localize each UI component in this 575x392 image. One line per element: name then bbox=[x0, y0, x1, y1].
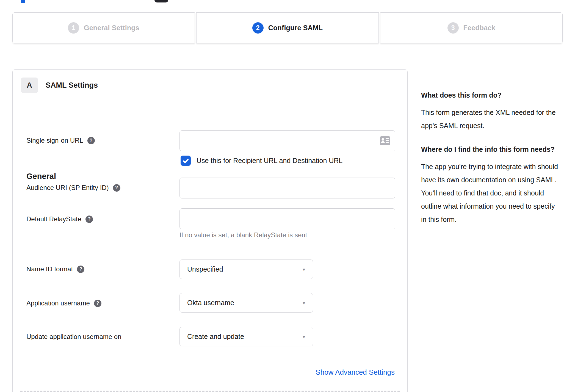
chevron-down-icon: ▼ bbox=[302, 300, 306, 305]
audience-uri-label-text: Audience URI (SP Entity ID) bbox=[26, 184, 109, 192]
show-advanced-settings-link[interactable]: Show Advanced Settings bbox=[316, 368, 395, 377]
step-number-badge: 3 bbox=[447, 22, 459, 34]
application-username-label-text: Application username bbox=[26, 299, 90, 307]
checkmark-icon bbox=[183, 158, 189, 164]
step-configure-saml[interactable]: 2 Configure SAML bbox=[196, 12, 379, 43]
cropped-logo-fragment bbox=[21, 0, 25, 3]
help-icon[interactable]: ? bbox=[94, 300, 101, 307]
saml-settings-panel: A SAML Settings General Single sign-on U… bbox=[12, 69, 408, 392]
name-id-format-select[interactable]: Unspecified ▼ bbox=[179, 260, 313, 279]
cropped-icon-fragment bbox=[154, 0, 168, 2]
step-general-settings[interactable]: 1 General Settings bbox=[12, 12, 195, 43]
help-heading-where: Where do I find the info this form needs… bbox=[421, 144, 560, 155]
step-label: Feedback bbox=[463, 24, 496, 32]
section-a-badge: A bbox=[21, 78, 38, 93]
step-number-badge: 2 bbox=[252, 22, 264, 34]
name-id-format-label-text: Name ID format bbox=[26, 265, 73, 273]
application-username-label: Application username ? bbox=[26, 299, 101, 307]
chevron-down-icon: ▼ bbox=[302, 267, 306, 272]
section-title: SAML Settings bbox=[46, 78, 98, 93]
help-icon[interactable]: ? bbox=[113, 184, 120, 192]
step-label: Configure SAML bbox=[268, 24, 323, 32]
step-number-badge: 1 bbox=[68, 22, 79, 34]
help-icon[interactable]: ? bbox=[77, 266, 84, 273]
page: { "stepper": { "steps": [ { "number": "1… bbox=[0, 0, 575, 392]
general-group-heading: General bbox=[26, 172, 56, 181]
update-username-value: Create and update bbox=[187, 333, 244, 341]
application-username-value: Okta username bbox=[187, 299, 234, 307]
sso-url-input[interactable] bbox=[179, 130, 395, 151]
step-feedback[interactable]: 3 Feedback bbox=[380, 12, 563, 43]
relay-state-label: Default RelayState ? bbox=[26, 215, 93, 223]
update-username-label-text: Update application username on bbox=[26, 333, 121, 341]
section-dashed-divider bbox=[20, 391, 400, 392]
sso-url-label: Single sign-on URL ? bbox=[26, 137, 95, 144]
step-label: General Settings bbox=[84, 24, 139, 32]
recipient-url-checkbox-row: Use this for Recipient URL and Destinati… bbox=[181, 156, 342, 166]
help-paragraph-where: The app you're trying to integrate with … bbox=[421, 160, 560, 226]
recipient-url-checkbox-label[interactable]: Use this for Recipient URL and Destinati… bbox=[197, 157, 342, 165]
update-username-select[interactable]: Create and update ▼ bbox=[179, 327, 313, 346]
help-icon[interactable]: ? bbox=[85, 216, 93, 223]
audience-uri-label: Audience URI (SP Entity ID) ? bbox=[26, 184, 120, 192]
name-id-format-value: Unspecified bbox=[187, 265, 223, 273]
relay-state-hint: If no value is set, a blank RelayState i… bbox=[179, 231, 307, 239]
help-sidebar: What does this form do? This form genera… bbox=[421, 90, 560, 238]
chevron-down-icon: ▼ bbox=[302, 334, 306, 339]
relay-state-label-text: Default RelayState bbox=[26, 215, 81, 223]
help-heading-what: What does this form do? bbox=[421, 90, 560, 101]
relay-state-input[interactable] bbox=[179, 208, 395, 229]
contact-card-icon[interactable] bbox=[380, 136, 390, 145]
name-id-format-label: Name ID format ? bbox=[26, 265, 84, 273]
wizard-stepper: 1 General Settings 2 Configure SAML 3 Fe… bbox=[12, 12, 563, 43]
help-icon[interactable]: ? bbox=[87, 137, 95, 144]
application-username-select[interactable]: Okta username ▼ bbox=[179, 293, 313, 313]
update-username-label: Update application username on bbox=[26, 333, 121, 341]
help-paragraph-what: This form generates the XML needed for t… bbox=[421, 106, 560, 132]
sso-url-label-text: Single sign-on URL bbox=[26, 137, 83, 144]
audience-uri-input[interactable] bbox=[179, 178, 395, 198]
recipient-url-checkbox[interactable] bbox=[181, 156, 191, 166]
